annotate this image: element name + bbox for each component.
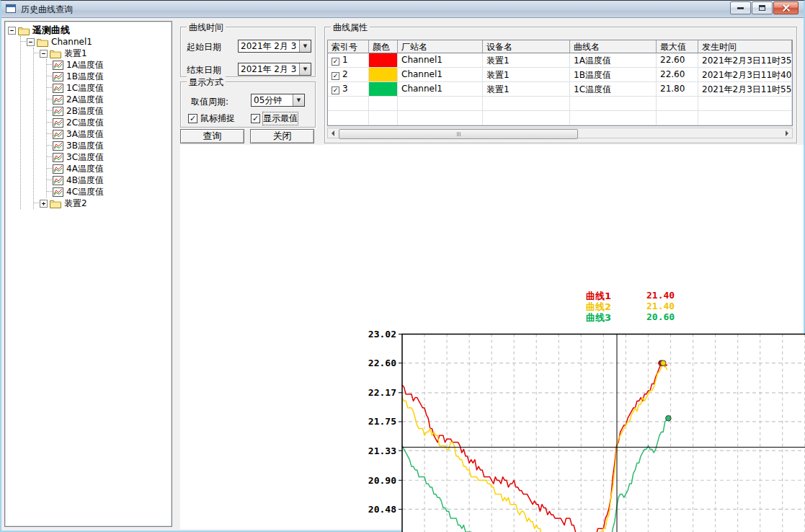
scroll-left-button[interactable] [328,128,338,138]
tree-item-label: 1A温度值 [66,59,104,71]
tree-item[interactable]: 3A温度值 [47,128,170,140]
tree-item[interactable]: 1B温度值 [47,71,170,82]
tree-item[interactable]: 4C温度值 [47,186,170,198]
tree-item[interactable]: 2A温度值 [47,94,170,105]
tree-connector [21,41,26,43]
chevron-down-icon[interactable]: ▼ [299,63,311,75]
curve-time-groupbox: 曲线时间 起始日期 2021年 2月 3 ▼ 结束日期 2021年 2月 3 ▼ [180,27,316,77]
checkbox-checked-icon: ✓ [251,114,260,123]
tree-item[interactable]: 1A温度值 [47,59,170,71]
curve-name-cell: 1B温度值 [570,68,657,82]
horizontal-scrollbar[interactable] [327,128,793,138]
max-value-cell: 22.60 [657,68,698,82]
show-extremes-label: 显示最值 [263,112,298,125]
row-checkbox[interactable]: ✓ [332,58,339,66]
window-title: 历史曲线查询 [21,4,73,16]
restore-button[interactable] [752,1,773,14]
column-header[interactable]: 发生时间 [698,40,792,53]
period-combobox[interactable]: 05分钟 ▼ [251,94,305,107]
scrollbar-thumb[interactable] [339,129,578,139]
empty-cell [570,97,657,111]
chevron-down-icon[interactable]: ▼ [293,94,304,106]
time-cell: 2021年2月3日11时40 [698,68,792,82]
expand-toggle-icon[interactable]: + [40,200,48,208]
tree-item-label: Channel1 [51,37,92,47]
y-tick-label: 20.48 [368,504,396,515]
curve-icon [53,153,63,162]
row-checkbox[interactable]: ✓ [332,72,339,80]
close-button[interactable] [773,1,799,14]
scroll-right-button[interactable] [782,128,792,138]
column-header[interactable]: 设备名 [483,40,570,53]
collapse-toggle-icon[interactable]: − [27,38,35,46]
collapse-toggle-icon[interactable]: − [40,50,48,58]
title-bar: 历史曲线查询 [1,1,804,18]
tree-item[interactable]: −遥测曲线 [8,25,170,36]
chart-legend: 曲线121.40曲线221.40曲线320.60 [586,290,611,322]
index-cell: ✓1 [328,53,369,68]
curve-icon [53,176,63,185]
curve-icon [53,130,63,139]
curve-icon [53,187,63,197]
column-header[interactable]: 索引号 [328,40,369,53]
minimize-button[interactable] [730,1,751,14]
column-header[interactable]: 厂站名 [398,40,483,53]
tree-item[interactable]: 3C温度值 [47,151,170,163]
tree-item[interactable]: 4A温度值 [47,163,170,174]
tree-item-label: 1C温度值 [66,82,104,94]
y-tick-label: 20.90 [368,475,396,486]
query-button[interactable]: 查询 [180,129,244,143]
tree-item-label: 2C温度值 [66,117,104,129]
app-window: 历史曲线查询 −遥测曲线−Channel1−装置11A温度值1B温度值1C温度值… [0,0,805,532]
empty-cell [483,111,570,125]
column-header[interactable]: 曲线名 [570,40,657,53]
tree-item[interactable]: +装置2 [34,198,170,209]
history-curve-chart[interactable]: 23.0222.6022.1721.7521.3320.9020.4820.05… [360,325,805,532]
column-header[interactable]: 最大值 [657,40,698,53]
scroll-right-icon [786,130,788,136]
close-dialog-button[interactable]: 关闭 [250,129,314,143]
tree-connector [34,203,39,204]
legend-row: 曲线121.40 [586,290,611,301]
display-mode-title: 显示方式 [187,76,226,89]
table-empty-row [328,97,792,111]
tree-item-label: 2A温度值 [66,94,104,106]
empty-cell [328,111,369,125]
tree-item[interactable]: 2C温度值 [47,117,170,128]
table-row[interactable]: ✓2Channel1装置11B温度值22.602021年2月3日11时40 [328,68,792,82]
tree-children: −Channel1−装置11A温度值1B温度值1C温度值2A温度值2B温度值2C… [20,36,170,209]
legend-series-name: 曲线1 [586,291,611,301]
table-row[interactable]: ✓1Channel1装置11A温度值22.602021年2月3日11时35 [328,53,792,68]
end-date-combobox[interactable]: 2021年 2月 3 ▼ [238,63,311,76]
chevron-down-icon[interactable]: ▼ [299,40,311,52]
tree-item[interactable]: 4B温度值 [47,174,170,186]
y-tick-label: 23.02 [368,329,396,340]
column-header[interactable]: 颜色 [369,40,398,53]
max-marker [660,360,666,366]
tree-root: −遥测曲线−Channel1−装置11A温度值1B温度值1C温度值2A温度值2B… [8,25,170,209]
checkbox-show-extremes[interactable]: ✓ 显示最值 [251,112,298,125]
mouse-capture-label: 鼠标捕捉 [200,112,235,125]
start-date-combobox[interactable]: 2021年 2月 3 ▼ [238,40,311,53]
empty-cell [698,111,792,125]
chart-area[interactable]: 23.0222.6022.1721.7521.3320.9020.4820.05… [360,325,805,532]
tree-item[interactable]: 1C温度值 [47,82,170,94]
tree-connector [47,133,52,135]
tree-item[interactable]: 3B温度值 [47,140,170,151]
legend-series-value: 21.40 [646,301,675,311]
checkbox-mouse-capture[interactable]: ✓ 鼠标捕捉 [188,112,235,125]
color-swatch [369,82,398,97]
table-row[interactable]: ✓3Channel1装置11C温度值21.802021年2月3日11时55 [328,82,792,97]
tree-item-label: 4C温度值 [66,186,104,198]
tree-item[interactable]: 2B温度值 [47,105,170,117]
restore-icon [759,5,765,11]
collapse-toggle-icon[interactable]: − [8,27,16,35]
empty-cell [398,111,483,125]
legend-series-name: 曲线2 [586,301,611,312]
tree-item[interactable]: −装置1 [34,48,170,59]
tree-item[interactable]: −Channel1 [21,36,170,48]
row-checkbox[interactable]: ✓ [332,87,339,94]
tree-connector [47,145,52,146]
curve-name-cell: 1A温度值 [570,53,657,68]
empty-cell [398,97,483,111]
